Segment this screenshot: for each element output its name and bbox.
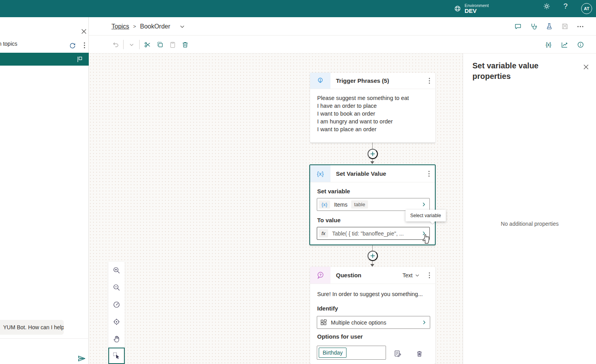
question-node-header: ? Question Text	[310, 267, 435, 284]
undo-button[interactable]	[109, 38, 122, 51]
pan-tool-button[interactable]	[108, 330, 125, 348]
options-for-user-label: Options for user	[317, 333, 363, 340]
question-mode-dropdown[interactable]: Text	[402, 272, 420, 278]
close-properties-button[interactable]	[581, 62, 591, 71]
save-button[interactable]	[558, 20, 571, 33]
close-test-panel-button[interactable]	[77, 25, 90, 37]
zoom-in-button[interactable]	[108, 262, 125, 279]
reset-chat-button[interactable]	[66, 39, 79, 52]
reset-zoom-icon	[113, 301, 120, 309]
trigger-phrases-node[interactable]: Trigger Phrases (5) Please suggest me so…	[310, 73, 435, 143]
zoom-out-button[interactable]	[108, 279, 125, 296]
select-variable-button[interactable]	[421, 202, 428, 207]
trigger-phrase: I have an order to place	[317, 102, 428, 110]
trigger-node-header: Trigger Phrases (5)	[310, 73, 435, 89]
variable-type-chip: table	[351, 200, 368, 209]
to-value-input[interactable]: fx Table( { tid: "banoffee_pie", ...	[317, 227, 430, 240]
cut-button[interactable]	[141, 38, 154, 51]
select-cursor-icon	[113, 352, 120, 360]
test-bot-panel: n topics YUM Bot. How can I help?	[0, 17, 89, 364]
delete-button[interactable]	[179, 38, 191, 51]
bot-chat-message: YUM Bot. How can I help?	[0, 320, 64, 335]
variable-icon: {x}	[310, 165, 330, 182]
trigger-phrases-list: Please suggest me something to eat I hav…	[310, 89, 435, 138]
ellipsis-icon	[577, 25, 584, 28]
reset-zoom-button[interactable]	[108, 296, 125, 313]
info-button[interactable]	[574, 38, 587, 51]
analytics-icon	[561, 41, 568, 48]
identify-input[interactable]: Multiple choice options	[317, 316, 430, 329]
toolbar-divider	[123, 40, 124, 49]
question-message[interactable]: Sure! In order to suggest you something.…	[317, 291, 423, 297]
chat-input-divider	[0, 338, 89, 339]
authoring-canvas[interactable]: Trigger Phrases (5) Please suggest me so…	[89, 54, 463, 364]
test-bot-button[interactable]	[543, 20, 555, 33]
topic-checker-button[interactable]	[527, 20, 540, 33]
breadcrumb-bar: Topics > BookOrder	[89, 17, 596, 36]
trigger-node-menu-button[interactable]	[424, 75, 435, 87]
center-canvas-button[interactable]	[108, 313, 125, 330]
breadcrumb: Topics > BookOrder	[111, 17, 185, 36]
option-input[interactable]: Birthday	[317, 346, 386, 360]
question-node-title: Question	[336, 272, 361, 278]
set-variable-input[interactable]: {x} Items table	[317, 198, 430, 211]
zoom-in-icon	[113, 266, 120, 274]
track-between-topics-banner[interactable]	[0, 53, 89, 66]
send-message-button[interactable]	[75, 352, 88, 364]
settings-button[interactable]	[540, 0, 553, 12]
variable-name: Items	[334, 202, 347, 208]
environment-switcher[interactable]: Environment DEV	[454, 0, 489, 17]
kebab-icon	[84, 42, 85, 48]
add-node-button[interactable]	[368, 251, 378, 261]
undo-dropdown-button[interactable]	[125, 38, 138, 51]
option-chip[interactable]: Birthday	[319, 348, 346, 358]
select-tool-button[interactable]	[108, 348, 125, 364]
trigger-phrase: I want to place an order	[317, 125, 428, 133]
copy-icon	[156, 41, 164, 48]
identify-value: Multiple choice options	[331, 319, 386, 326]
comments-button[interactable]	[512, 20, 524, 33]
delete-option-button[interactable]	[413, 347, 425, 360]
to-value-text: Table( { tid: "banoffee_pie", ...	[332, 230, 404, 237]
breadcrumb-topics-link[interactable]: Topics	[111, 23, 129, 30]
variables-button[interactable]: {x}	[542, 38, 555, 51]
environment-icon	[454, 5, 461, 12]
topic-dropdown-button[interactable]	[180, 24, 185, 29]
cut-icon	[144, 41, 151, 48]
more-options-button[interactable]	[574, 20, 587, 33]
edit-options-button[interactable]	[391, 347, 404, 360]
trigger-icon	[310, 73, 330, 89]
analytics-button[interactable]	[558, 38, 571, 51]
set-variable-node-menu-button[interactable]	[423, 168, 435, 180]
chevron-down-icon	[129, 42, 134, 47]
mouse-cursor-icon	[422, 232, 432, 244]
set-variable-value-node[interactable]: {x} Set Variable Value Set variable {x} …	[309, 164, 436, 245]
properties-panel: Set variable value properties No additio…	[463, 54, 596, 364]
help-button[interactable]: ?	[559, 0, 572, 12]
select-variable-tooltip: Select variable	[406, 210, 446, 221]
refresh-icon	[69, 42, 76, 49]
zoom-out-icon	[113, 284, 120, 291]
flask-icon	[546, 23, 553, 30]
canvas-zoom-toolbar	[108, 262, 125, 364]
question-node[interactable]: ? Question Text Sure! In order to sugges…	[310, 267, 435, 364]
center-target-icon	[113, 318, 120, 326]
undo-icon	[112, 41, 119, 48]
copy-button[interactable]	[154, 38, 166, 51]
trigger-phrase: Please suggest me something to eat	[317, 94, 428, 102]
properties-empty-text: No additional properties	[463, 221, 596, 227]
paste-button[interactable]	[166, 38, 179, 51]
identify-expand-button[interactable]	[422, 320, 428, 325]
hand-icon	[113, 335, 120, 343]
add-node-button[interactable]	[368, 149, 378, 159]
avatar[interactable]: AT	[581, 3, 592, 14]
question-icon: ?	[310, 267, 330, 284]
save-icon	[561, 23, 569, 30]
variables-icon: {x}	[546, 41, 551, 48]
fx-chip: fx	[319, 229, 328, 237]
question-node-menu-button[interactable]	[424, 269, 435, 281]
identify-label: Identify	[317, 305, 338, 312]
trash-icon	[181, 41, 189, 48]
page-title: BookOrder	[140, 23, 170, 30]
trigger-phrase: I want to book an order	[317, 110, 428, 118]
